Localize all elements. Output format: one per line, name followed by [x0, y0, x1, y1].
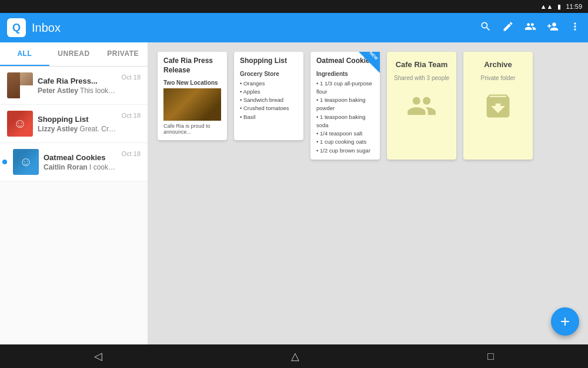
list-item-date: Oct 18 [122, 150, 141, 157]
card-subtitle: Two New Locations [163, 79, 221, 86]
search-icon[interactable] [480, 21, 492, 35]
bottom-nav: ◁ △ □ [0, 344, 588, 368]
card-title: Cafe Ria Press Release [158, 52, 227, 77]
add-person-icon[interactable] [547, 21, 559, 35]
avatar [7, 72, 33, 98]
card-cafe-ria-team[interactable]: Cafe Ria Team Shared with 3 people [387, 52, 456, 160]
avatar: ☺ [7, 111, 33, 137]
card-image [163, 88, 221, 121]
list-item-title: Cafe Ria Press... [38, 77, 117, 85]
list-item[interactable]: Cafe Ria Press... Peter Astley This look… [0, 67, 148, 105]
compose-icon[interactable] [502, 21, 514, 35]
card-archive[interactable]: Archive Private folder [463, 52, 533, 160]
card-shopping-list[interactable]: Shopping List Grocery Store Oranges Appl… [234, 52, 303, 160]
time: 11:59 [566, 3, 582, 10]
list-item-date: Oct 18 [122, 112, 141, 119]
home-button[interactable]: △ [279, 347, 311, 366]
main-area: ALL UNREAD PRIVATE Cafe Ria Press... Pet… [0, 42, 588, 344]
list-item-title: Shopping List [38, 115, 117, 124]
card-title: Archive [484, 60, 512, 70]
list-item-preview: Peter Astley This looks good. I am excit… [38, 87, 117, 95]
card-title: Cafe Ria Team [396, 60, 448, 70]
sidebar-tabs: ALL UNREAD PRIVATE [0, 42, 148, 67]
list-item-content: Shopping List Lizzy Astley Great. Crushe… [33, 115, 122, 133]
team-icon [406, 91, 437, 127]
topbar-icons [480, 21, 581, 35]
battery-icon: ▮ [557, 3, 561, 11]
content-area: Cafe Ria Press Release Two New Locations… [148, 42, 588, 344]
list-item-content: Oatmeal Cookies Caitlin Roran I cooked t… [39, 153, 122, 171]
back-button[interactable]: ◁ [82, 347, 114, 366]
list-item[interactable]: ☺ Oatmeal Cookies Caitlin Roran I cooked… [0, 143, 148, 181]
tab-private[interactable]: PRIVATE [98, 42, 148, 66]
list-item-title: Oatmeal Cookies [44, 153, 117, 162]
card-oatmeal-cookies[interactable]: NEW Oatmeal Cookies Ingredients 1 1/3 cu… [310, 52, 380, 160]
list-item-preview: Lizzy Astley Great. Crushed tomatoes are… [38, 125, 117, 133]
avatar: ☺ [13, 149, 39, 175]
card-title: Shopping List [234, 52, 303, 68]
topbar: Q Inbox [0, 13, 588, 42]
card-subtitle: Shared with 3 people [394, 75, 449, 81]
sidebar: ALL UNREAD PRIVATE Cafe Ria Press... Pet… [0, 42, 148, 344]
tab-all[interactable]: ALL [0, 42, 49, 66]
card-list: Oranges Apples Sandwich bread Crushed to… [240, 79, 298, 121]
unread-indicator [2, 160, 7, 164]
fab-button[interactable]: + [551, 307, 579, 336]
sidebar-items: Cafe Ria Press... Peter Astley This look… [0, 67, 148, 344]
wifi-icon: ▲▲ [540, 3, 553, 10]
list-item-preview: Caitlin Roran I cooked these last night,… [44, 163, 117, 171]
new-badge [359, 52, 380, 73]
contacts-icon[interactable] [524, 21, 536, 35]
card-list: 1 1/3 cup all-purpose flour 1 teaspoon b… [316, 79, 374, 155]
app-logo: Q [7, 18, 26, 37]
list-item-date: Oct 18 [122, 74, 141, 81]
card-subtitle: Private folder [481, 75, 516, 81]
tab-unread[interactable]: UNREAD [49, 42, 99, 66]
status-bar: ▲▲ ▮ 11:59 [0, 0, 588, 13]
list-item[interactable]: ☺ Shopping List Lizzy Astley Great. Crus… [0, 105, 148, 143]
page-title: Inbox [32, 21, 474, 35]
recent-apps-button[interactable]: □ [476, 347, 506, 366]
card-cafe-ria-press[interactable]: Cafe Ria Press Release Two New Locations… [158, 52, 227, 160]
card-text: Cafe Ria is proud to announce... [163, 123, 221, 135]
more-icon[interactable] [569, 21, 581, 35]
card-subtitle: Grocery Store [240, 71, 298, 77]
archive-icon [483, 91, 513, 127]
list-item-content: Cafe Ria Press... Peter Astley This look… [33, 77, 122, 95]
